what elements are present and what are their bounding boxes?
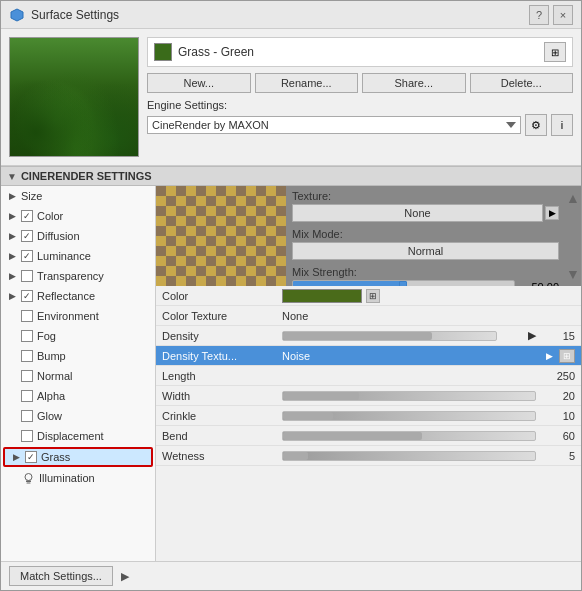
- color-value-swatch[interactable]: [282, 289, 362, 303]
- list-item-normal[interactable]: ▶ Normal: [1, 366, 155, 386]
- glow-checkbox[interactable]: [21, 410, 33, 422]
- expand-icon: ▶: [9, 231, 17, 241]
- two-column-layout: ▶ Size ▶ ✓ Color ▶ ✓ Diffusion: [1, 186, 581, 561]
- prop-label: Density: [156, 328, 276, 344]
- help-button[interactable]: ?: [529, 5, 549, 25]
- item-label: Normal: [37, 370, 72, 382]
- item-label: Alpha: [37, 390, 65, 402]
- reflectance-checkbox[interactable]: ✓: [21, 290, 33, 302]
- texture-none-button[interactable]: None: [292, 204, 543, 222]
- normal-checkbox[interactable]: [21, 370, 33, 382]
- action-buttons-row: New... Rename... Share... Delete...: [147, 73, 573, 93]
- luminance-checkbox[interactable]: ✓: [21, 250, 33, 262]
- list-item-displacement[interactable]: ▶ Displacement: [1, 426, 155, 446]
- svg-rect-3: [26, 482, 30, 483]
- width-slider[interactable]: [282, 391, 536, 401]
- prop-row-length[interactable]: Length 250: [156, 366, 581, 386]
- close-button[interactable]: ×: [553, 5, 573, 25]
- prop-row-width[interactable]: Width 20: [156, 386, 581, 406]
- rename-button[interactable]: Rename...: [255, 73, 359, 93]
- color-texture-value: None: [282, 310, 308, 322]
- item-label: Grass: [41, 451, 70, 463]
- cinerender-header[interactable]: ▼ CINERENDER SETTINGS: [1, 166, 581, 186]
- prop-row-density-texture[interactable]: Density Textu... Noise ▶ ⊞: [156, 346, 581, 366]
- crinkle-fill: [283, 412, 333, 420]
- bump-checkbox[interactable]: [21, 350, 33, 362]
- crinkle-slider[interactable]: [282, 411, 536, 421]
- bend-slider[interactable]: [282, 431, 536, 441]
- prop-label: Length: [156, 368, 276, 384]
- texture-preview-area: Texture: None ▶ Mix Mode: Normal: [156, 186, 581, 286]
- density-texture-arrow[interactable]: ▶: [543, 350, 555, 362]
- list-item-illumination[interactable]: ▶ Illumination: [1, 468, 155, 488]
- texture-row: Texture: None ▶: [292, 190, 559, 222]
- content-area: Grass - Green ⊞ New... Rename... Share..…: [1, 29, 581, 590]
- item-label: Diffusion: [37, 230, 80, 242]
- expand-icon: ▶: [9, 251, 17, 261]
- density-slider[interactable]: [282, 331, 497, 341]
- grass-checkbox[interactable]: ✓: [25, 451, 37, 463]
- wetness-slider[interactable]: [282, 451, 536, 461]
- item-label: Reflectance: [37, 290, 95, 302]
- item-label: Displacement: [37, 430, 104, 442]
- engine-settings-button[interactable]: ⚙: [525, 114, 547, 136]
- material-name-label: Grass - Green: [178, 45, 538, 59]
- list-item-fog[interactable]: ▶ Fog: [1, 326, 155, 346]
- texture-options-button[interactable]: ▶: [545, 206, 559, 220]
- prop-label: Color: [156, 288, 276, 304]
- prop-row-density[interactable]: Density ▶ 15: [156, 326, 581, 346]
- scroll-chevrons: ▲ ▼: [565, 186, 581, 286]
- prop-row-crinkle[interactable]: Crinkle 10: [156, 406, 581, 426]
- prop-row-bend[interactable]: Bend 60: [156, 426, 581, 446]
- prop-label: Color Texture: [156, 308, 276, 324]
- right-detail-panel: Texture: None ▶ Mix Mode: Normal: [156, 186, 581, 561]
- displacement-checkbox[interactable]: [21, 430, 33, 442]
- mix-strength-slider[interactable]: [292, 280, 515, 286]
- expand-icon: ▶: [9, 291, 17, 301]
- prop-row-color[interactable]: Color ⊞: [156, 286, 581, 306]
- diffusion-checkbox[interactable]: ✓: [21, 230, 33, 242]
- prop-value: None: [276, 308, 581, 324]
- material-preview: [9, 37, 139, 157]
- list-item-environment[interactable]: ▶ Environment: [1, 306, 155, 326]
- list-item-diffusion[interactable]: ▶ ✓ Diffusion: [1, 226, 155, 246]
- density-value: ▶: [501, 329, 536, 342]
- expand-icon: ▶: [9, 211, 17, 221]
- top-panel: Grass - Green ⊞ New... Rename... Share..…: [1, 29, 581, 166]
- delete-button[interactable]: Delete...: [470, 73, 574, 93]
- texture-controls: Texture: None ▶ Mix Mode: Normal: [286, 186, 565, 286]
- material-color-swatch: [154, 43, 172, 61]
- scroll-down-icon[interactable]: ▼: [564, 264, 581, 284]
- environment-checkbox[interactable]: [21, 310, 33, 322]
- scroll-up-icon[interactable]: ▲: [564, 188, 581, 208]
- share-button[interactable]: Share...: [362, 73, 466, 93]
- engine-select[interactable]: CineRender by MAXON: [147, 116, 521, 134]
- alpha-checkbox[interactable]: [21, 390, 33, 402]
- copy-icon[interactable]: ⊞: [366, 289, 380, 303]
- prop-row-color-texture[interactable]: Color Texture None: [156, 306, 581, 326]
- transparency-checkbox[interactable]: [21, 270, 33, 282]
- match-arrow-icon: ▶: [121, 570, 129, 583]
- list-item-glow[interactable]: ▶ Glow: [1, 406, 155, 426]
- mix-strength-label: Mix Strength:: [292, 266, 559, 278]
- material-options-button[interactable]: ⊞: [544, 42, 566, 62]
- window-icon: [9, 7, 25, 23]
- list-item-grass[interactable]: ▶ ✓ Grass: [3, 447, 153, 467]
- fog-checkbox[interactable]: [21, 330, 33, 342]
- list-item-reflectance[interactable]: ▶ ✓ Reflectance: [1, 286, 155, 306]
- mix-mode-button[interactable]: Normal: [292, 242, 559, 260]
- list-item-bump[interactable]: ▶ Bump: [1, 346, 155, 366]
- density-texture-copy[interactable]: ⊞: [559, 349, 575, 363]
- match-settings-button[interactable]: Match Settings...: [9, 566, 113, 586]
- list-item-luminance[interactable]: ▶ ✓ Luminance: [1, 246, 155, 266]
- new-button[interactable]: New...: [147, 73, 251, 93]
- prop-row-wetness[interactable]: Wetness 5: [156, 446, 581, 466]
- list-item-size[interactable]: ▶ Size: [1, 186, 155, 206]
- color-checkbox[interactable]: ✓: [21, 210, 33, 222]
- list-item-color[interactable]: ▶ ✓ Color: [1, 206, 155, 226]
- section-collapse-icon: ▼: [7, 171, 17, 182]
- list-item-alpha[interactable]: ▶ Alpha: [1, 386, 155, 406]
- list-item-transparency[interactable]: ▶ Transparency: [1, 266, 155, 286]
- engine-info-button[interactable]: i: [551, 114, 573, 136]
- window-title: Surface Settings: [31, 8, 529, 22]
